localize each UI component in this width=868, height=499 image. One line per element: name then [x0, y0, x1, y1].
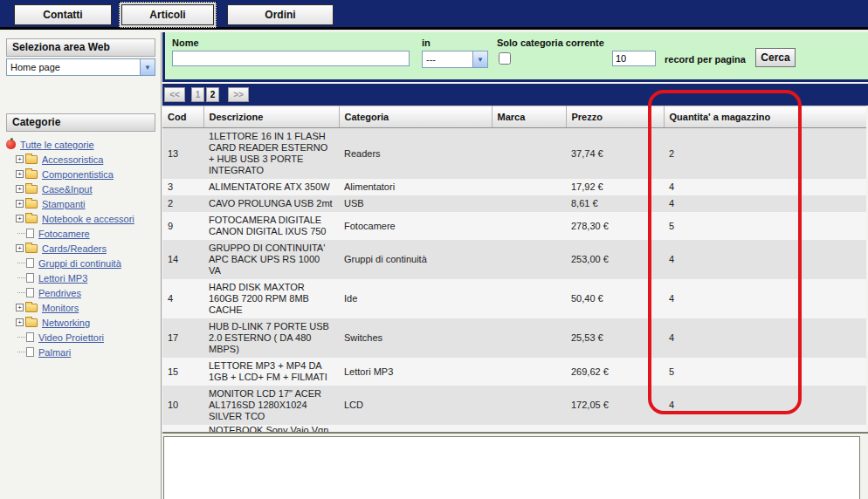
tree-link[interactable]: Networking — [42, 318, 90, 328]
tab-articoli[interactable]: Articoli — [121, 4, 214, 25]
cell-categoria: Readers — [339, 128, 492, 180]
expand-plus-icon[interactable]: + — [16, 215, 24, 222]
cell-prezzo: 25,53 € — [566, 318, 664, 358]
document-icon — [26, 288, 34, 297]
tree-item-lettori-mp3[interactable]: Lettori MP3 — [17, 270, 159, 285]
table-row[interactable]: 9 FOTOCAMERA DIGITALE CANON DIGITAL IXUS… — [162, 212, 866, 240]
tree-branch-line — [17, 292, 25, 293]
records-per-page-label: record per pagina — [665, 54, 746, 65]
pagination-bar: << 1 2 >> — [162, 84, 868, 106]
folder-icon — [25, 200, 38, 208]
cell-quantita — [664, 425, 866, 432]
cell-cod: 13 — [162, 128, 203, 180]
table-row[interactable]: 10 MONITOR LCD 17" ACER AL1716SD 1280X10… — [162, 386, 866, 425]
expand-plus-icon[interactable]: + — [16, 155, 24, 163]
pagination-first-button[interactable]: << — [164, 87, 185, 102]
header-categoria[interactable]: Categoria — [339, 106, 492, 128]
cell-descrizione: ALIMENTATORE ATX 350W — [203, 179, 339, 195]
tree-link[interactable]: Gruppi di continuità — [38, 258, 121, 269]
cell-categoria: Alimentatori — [339, 179, 492, 195]
header-marca[interactable]: Marca — [492, 106, 566, 128]
tree-item-monitors[interactable]: + Monitors — [16, 300, 159, 315]
expand-plus-icon[interactable]: + — [16, 244, 24, 252]
expand-plus-icon[interactable]: + — [16, 318, 24, 326]
cell-cod: 14 — [162, 240, 203, 279]
tree-link[interactable]: Fotocamere — [38, 229, 90, 239]
tree-link[interactable]: Palmari — [38, 347, 71, 358]
tree-link[interactable]: Video Proiettori — [38, 332, 104, 343]
name-input[interactable] — [172, 51, 410, 66]
pagination-page-2-button[interactable]: 2 — [206, 87, 219, 102]
tree-item-video-proiettori[interactable]: Video Proiettori — [17, 330, 159, 345]
cell-quantita: 2 — [664, 128, 866, 180]
document-icon — [26, 229, 34, 238]
header-prezzo[interactable]: Prezzo — [566, 106, 664, 128]
chevron-down-icon[interactable]: ▼ — [472, 51, 487, 67]
tree-link[interactable]: Tutte le categorie — [20, 140, 94, 150]
tree-item-palmari[interactable]: Palmari — [17, 345, 159, 359]
expand-plus-icon[interactable]: + — [16, 200, 24, 208]
table-row[interactable]: 14 GRUPPO DI CONTINUITA' APC BACK UPS RS… — [162, 240, 866, 279]
cell-descrizione: HARD DISK MAXTOR 160GB 7200 RPM 8MB CACH… — [203, 279, 339, 318]
tree-item-pendrives[interactable]: Pendrives — [17, 285, 159, 300]
table-row[interactable]: 4 HARD DISK MAXTOR 160GB 7200 RPM 8MB CA… — [162, 279, 866, 318]
folder-icon — [25, 215, 38, 223]
header-cod[interactable]: Cod — [162, 106, 203, 128]
tree-link[interactable]: Componentistica — [42, 169, 114, 180]
tab-ordini[interactable]: Ordini — [227, 4, 334, 25]
pagination-last-button[interactable]: >> — [228, 87, 249, 102]
cell-prezzo: 50,40 € — [566, 279, 664, 318]
tree-link[interactable]: Lettori MP3 — [38, 273, 87, 284]
cell-categoria — [339, 425, 492, 432]
tree-item-stampanti[interactable]: + Stampanti — [16, 196, 159, 211]
tree-link[interactable]: Stampanti — [42, 199, 86, 209]
tree-item-componentistica[interactable]: + Componentistica — [16, 167, 159, 181]
current-category-label: Solo categoria corrente — [497, 38, 604, 48]
search-button[interactable]: Cerca — [755, 48, 796, 67]
results-table-wrap: Cod Descrizione Categoria Marca Prezzo Q… — [162, 106, 868, 434]
cell-prezzo: 269,62 € — [566, 358, 664, 386]
current-category-checkbox[interactable] — [499, 52, 511, 65]
table-row[interactable]: 3 ALIMENTATORE ATX 350W Alimentatori 17,… — [162, 179, 866, 195]
tree-link[interactable]: Cards/Readers — [42, 243, 107, 254]
header-quantita[interactable]: Quantita' a magazzino — [664, 106, 866, 128]
table-row[interactable]: 2 CAVO PROLUNGA USB 2mt USB 8,61 € 4 — [162, 195, 866, 212]
detail-panel — [163, 436, 860, 499]
cell-categoria: Switches — [339, 318, 492, 358]
cell-cod: 17 — [162, 318, 203, 358]
tree-item-case-input[interactable]: + Case&Input — [16, 181, 159, 196]
tree-link[interactable]: Monitors — [42, 303, 79, 313]
in-select[interactable]: --- ▼ — [422, 51, 488, 68]
tree-link[interactable]: Accessoristica — [42, 154, 103, 165]
table-row[interactable]: 17 HUB D-LINK 7 PORTE USB 2.0 ESTERNO ( … — [162, 318, 866, 358]
tree-item-notebook-e-accessori[interactable]: + Notebook e accessori — [16, 211, 159, 226]
chevron-down-icon[interactable]: ▼ — [140, 59, 155, 75]
tree-item-networking[interactable]: + Networking — [16, 315, 159, 330]
tab-contatti[interactable]: Contatti — [14, 4, 112, 25]
table-row[interactable]: 13 1LETTORE 16 IN 1 FLASH CARD READER ES… — [162, 128, 866, 180]
expand-plus-icon[interactable]: + — [16, 185, 24, 193]
header-descrizione[interactable]: Descrizione — [203, 106, 339, 128]
records-per-page-input[interactable] — [612, 51, 656, 66]
document-icon — [26, 258, 34, 268]
tree-item-gruppi-di-continuita[interactable]: Gruppi di continuità — [17, 256, 159, 270]
tree-link[interactable]: Notebook e accessori — [42, 214, 134, 224]
tree-item-fotocamere[interactable]: Fotocamere — [17, 226, 159, 241]
pagination-page-1-button[interactable]: 1 — [191, 87, 204, 102]
tree-item-tutte-le-categorie[interactable]: Tutte le categorie — [6, 137, 159, 152]
tree-branch-line — [17, 263, 25, 263]
tree-item-cards-readers[interactable]: + Cards/Readers — [16, 241, 159, 256]
tree-link[interactable]: Pendrives — [38, 288, 81, 298]
folder-icon — [25, 244, 38, 253]
cell-marca — [492, 279, 566, 318]
folder-icon — [25, 155, 38, 164]
table-row-clipped[interactable]: NOTEBOOK Sony Vaio Vgn — [162, 425, 866, 432]
expand-plus-icon[interactable]: + — [16, 170, 24, 178]
cell-quantita: 4 — [664, 240, 866, 279]
tree-item-accessoristica[interactable]: + Accessoristica — [16, 152, 159, 167]
table-row[interactable]: 15 LETTORE MP3 + MP4 DA 1GB + LCD+ FM + … — [162, 358, 866, 386]
area-web-select[interactable]: Home page ▼ — [6, 58, 155, 76]
expand-plus-icon[interactable]: + — [16, 304, 24, 311]
cell-descrizione: GRUPPO DI CONTINUITA' APC BACK UPS RS 10… — [203, 240, 339, 279]
tree-link[interactable]: Case&Input — [42, 184, 92, 195]
